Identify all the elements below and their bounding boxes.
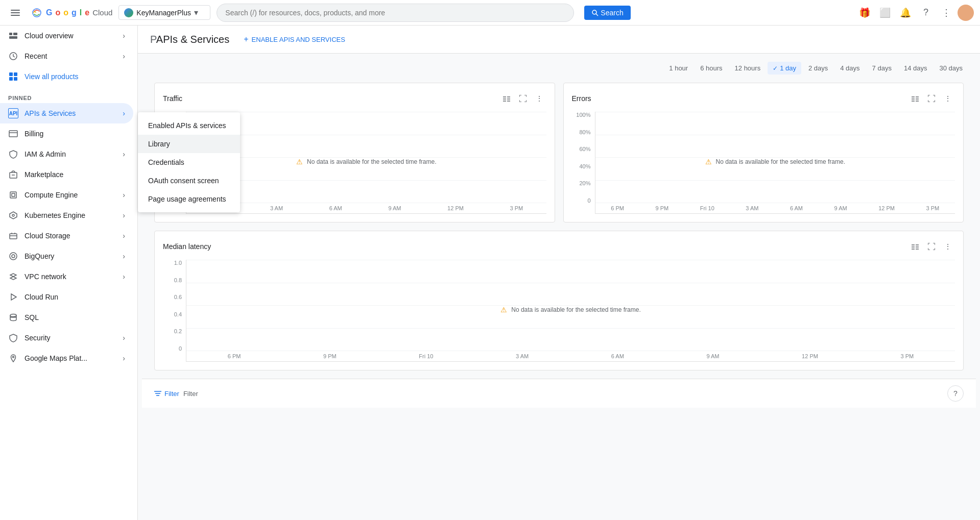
time-btn-2d[interactable]: 2 days	[803, 62, 833, 75]
google-cloud-logo: Google Cloud	[31, 7, 112, 19]
traffic-chart-title: Traffic	[163, 94, 499, 103]
security-icon	[8, 333, 18, 343]
dropdown-item-library[interactable]: Library	[138, 135, 240, 153]
sql-icon	[8, 312, 18, 323]
hamburger-menu-button[interactable]	[6, 4, 25, 22]
marketplace-icon	[8, 169, 18, 180]
sidebar-item-iam-admin[interactable]: IAM & Admin ›	[0, 144, 133, 164]
dropdown-item-oauth-consent[interactable]: OAuth consent screen	[138, 171, 240, 190]
sidebar-item-sql[interactable]: SQL	[0, 307, 133, 328]
sidebar-item-label: Cloud overview	[25, 32, 116, 40]
chevron-right-icon: ›	[123, 354, 125, 362]
time-btn-30d[interactable]: 30 days	[934, 62, 968, 75]
svg-rect-13	[14, 77, 17, 81]
sidebar-item-cloud-overview[interactable]: Cloud overview ›	[0, 26, 133, 46]
sidebar-item-security[interactable]: Security ›	[0, 328, 133, 348]
api-icon: API	[8, 108, 18, 118]
errors-x-axis: 6 PM 9 PM Fri 10 3 AM 6 AM 9 AM 12 PM 3 …	[595, 203, 955, 213]
sidebar-item-google-maps[interactable]: Google Maps Plat... ›	[0, 348, 133, 368]
dropdown-item-enabled-apis[interactable]: Enabled APIs & services	[138, 116, 240, 135]
sidebar-item-cloud-run[interactable]: Cloud Run	[0, 287, 133, 307]
svg-rect-10	[9, 72, 13, 76]
dropdown-item-credentials[interactable]: Credentials	[138, 153, 240, 171]
svg-rect-6	[9, 33, 12, 35]
errors-chart-title: Errors	[572, 94, 909, 103]
chevron-right-icon: ›	[123, 150, 125, 158]
sidebar-item-marketplace[interactable]: Marketplace	[0, 164, 133, 185]
errors-fullscreen-btn[interactable]	[924, 91, 939, 106]
traffic-chart-header: Traffic ⋮	[163, 91, 546, 106]
vpc-icon	[8, 271, 18, 282]
latency-more-btn[interactable]: ⋮	[941, 239, 955, 254]
chevron-right-icon: ›	[123, 273, 125, 281]
svg-marker-20	[10, 212, 17, 219]
traffic-more-btn[interactable]: ⋮	[532, 91, 546, 106]
warning-icon: ⚠	[296, 158, 303, 166]
sidebar-item-apis-services[interactable]: API APIs & Services ›	[0, 103, 133, 123]
time-btn-1h[interactable]: 1 hour	[664, 62, 693, 75]
svg-point-27	[12, 255, 15, 258]
cloud-storage-icon	[8, 231, 18, 241]
time-btn-6h[interactable]: 6 hours	[695, 62, 727, 75]
errors-y-axis: 100% 80% 60% 40% 20% 0	[572, 112, 595, 214]
chevron-right-icon: ›	[123, 232, 125, 240]
time-btn-4d[interactable]: 4 days	[835, 62, 865, 75]
median-latency-chart-card: Median latency ⋮ 1.0 0.8	[154, 231, 964, 370]
warning-icon: ⚠	[705, 158, 712, 166]
sidebar-item-recent[interactable]: Recent ›	[0, 46, 133, 66]
svg-rect-8	[9, 36, 17, 39]
sidebar-item-compute-engine[interactable]: Compute Engine ›	[0, 185, 133, 205]
traffic-x-axis: Fri 10 3 AM 6 AM 9 AM 12 PM 3 PM	[186, 203, 546, 213]
svg-point-4	[592, 10, 596, 14]
search-input[interactable]	[225, 9, 565, 17]
errors-more-btn[interactable]: ⋮	[941, 91, 955, 106]
terminal-icon-button[interactable]: ⬜	[876, 4, 894, 22]
pinned-section-label: PINNED	[0, 87, 137, 103]
time-btn-1d[interactable]: ✓ 1 day	[768, 62, 801, 75]
bell-icon-button[interactable]: 🔔	[896, 4, 915, 22]
nav-icons: 🎁 ⬜ 🔔 ? ⋮	[855, 4, 974, 22]
sidebar-item-label: Google Maps Plat...	[25, 354, 116, 362]
filter-button[interactable]: Filter	[154, 390, 179, 398]
project-selector[interactable]: KeyManagerPlus ▾	[118, 5, 210, 20]
sidebar-item-kubernetes-engine[interactable]: Kubernetes Engine ›	[0, 205, 133, 226]
gift-icon-button[interactable]: 🎁	[855, 4, 874, 22]
grid-line	[595, 180, 955, 181]
sidebar-item-bigquery[interactable]: BigQuery ›	[0, 246, 133, 266]
errors-chart-area: ⚠ No data is available for the selected …	[595, 112, 955, 214]
time-btn-14d[interactable]: 14 days	[899, 62, 933, 75]
errors-chart-body: 100% 80% 60% 40% 20% 0	[572, 112, 955, 214]
chart-actions: ⋮	[908, 239, 955, 254]
svg-point-26	[10, 253, 17, 260]
latency-y-axis: 1.0 0.8 0.6 0.4 0.2 0	[163, 260, 186, 362]
errors-legend-btn[interactable]	[908, 91, 922, 106]
latency-fullscreen-btn[interactable]	[924, 239, 939, 254]
traffic-fullscreen-btn[interactable]	[516, 91, 530, 106]
help-icon-button[interactable]: ?	[917, 4, 935, 22]
chevron-right-icon: ›	[123, 109, 125, 117]
sidebar-item-vpc-network[interactable]: VPC network ›	[0, 266, 133, 287]
sidebar-item-cloud-storage[interactable]: Cloud Storage ›	[0, 226, 133, 246]
svg-rect-7	[13, 33, 17, 35]
search-bar	[217, 4, 574, 22]
median-latency-chart-title: Median latency	[163, 242, 908, 251]
search-button[interactable]: Search	[584, 6, 630, 20]
recent-icon	[8, 51, 18, 61]
bottom-bar: Filter Filter ?	[142, 379, 976, 408]
traffic-legend-btn[interactable]	[499, 91, 514, 106]
page-header: PAPIs & Services + ENABLE APIS AND SERVI…	[138, 26, 980, 54]
more-icon-button[interactable]: ⋮	[937, 4, 955, 22]
time-btn-12h[interactable]: 12 hours	[730, 62, 766, 75]
time-btn-7d[interactable]: 7 days	[867, 62, 897, 75]
sidebar-item-view-all-products[interactable]: View all products	[0, 66, 133, 87]
sidebar-item-billing[interactable]: Billing	[0, 123, 133, 144]
grid-line	[186, 180, 546, 181]
help-fab-button[interactable]: ?	[947, 385, 964, 402]
chart-actions: ⋮	[908, 91, 955, 106]
dropdown-item-page-usage[interactable]: Page usage agreements	[138, 190, 240, 208]
sidebar-item-label: Marketplace	[25, 170, 125, 179]
latency-legend-btn[interactable]	[908, 239, 922, 254]
warning-icon: ⚠	[500, 306, 507, 314]
enable-apis-button[interactable]: + ENABLE APIS AND SERVICES	[237, 32, 351, 47]
avatar[interactable]	[958, 5, 974, 21]
